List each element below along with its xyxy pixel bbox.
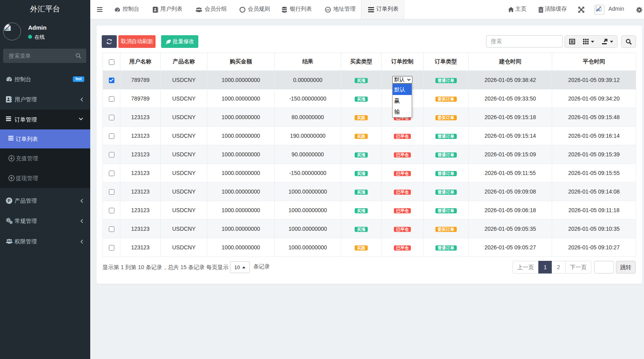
svg-text:P: P <box>8 198 10 203</box>
svg-text:cc: cc <box>326 8 329 11</box>
